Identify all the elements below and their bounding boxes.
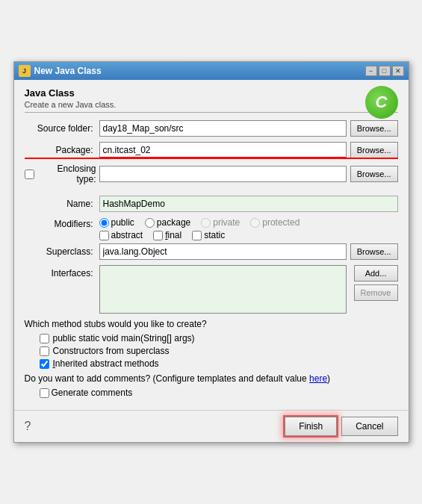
interfaces-row: Interfaces: Add... Remove	[25, 265, 398, 314]
stubs-section: Which method stubs would you like to cre…	[25, 319, 398, 369]
enclosing-checkbox[interactable]	[25, 169, 34, 179]
close-button[interactable]: ✕	[392, 66, 404, 76]
logo-icon: C	[365, 86, 398, 119]
superclass-browse-button[interactable]: Browse...	[350, 243, 398, 260]
cancel-button[interactable]: Cancel	[341, 417, 397, 436]
stub-main-checkbox[interactable]	[40, 334, 49, 343]
dialog-footer: ? Finish Cancel	[14, 410, 409, 442]
interfaces-add-button[interactable]: Add...	[354, 265, 398, 281]
enclosing-label: Enclosing type:	[36, 164, 96, 184]
modifier-static[interactable]: static	[192, 230, 225, 240]
minimize-button[interactable]: −	[365, 66, 377, 76]
stubs-options: public static void main(String[] args) C…	[25, 333, 398, 369]
section-subtitle: Create a new Java class.	[25, 100, 398, 109]
modifier-abstract-checkbox[interactable]	[99, 231, 109, 240]
comments-title: Do you want to add comments? (Configure …	[25, 373, 398, 384]
comments-title-part2: )	[327, 373, 330, 384]
comments-section: Do you want to add comments? (Configure …	[25, 373, 398, 398]
section-header: C Java Class Create a new Java class.	[25, 87, 398, 113]
comments-options: Generate comments	[25, 388, 398, 398]
comments-title-part1: Do you want to add comments? (Configure …	[25, 373, 310, 384]
help-icon[interactable]: ?	[25, 420, 31, 433]
modifiers-content: public package private protected	[99, 217, 398, 240]
stub-main: public static void main(String[] args)	[40, 333, 398, 343]
footer-buttons: Finish Cancel	[285, 417, 397, 436]
generate-comments-label: Generate comments	[52, 388, 133, 398]
stub-inherited: Inherited abstract methods	[40, 358, 398, 369]
comments-here-link[interactable]: here	[309, 373, 327, 384]
source-folder-input[interactable]	[99, 120, 347, 137]
package-input[interactable]	[99, 142, 347, 158]
generate-comments-option[interactable]: Generate comments	[40, 388, 398, 398]
stub-main-label: public static void main(String[] args)	[53, 333, 195, 343]
stub-inherited-checkbox[interactable]	[40, 359, 49, 369]
new-java-class-dialog: J New Java Class − □ ✕ C Java Class Crea…	[13, 61, 409, 443]
enclosing-row: Enclosing type: Browse...	[25, 164, 398, 184]
modifier-protected-radio[interactable]	[250, 218, 260, 228]
finish-button[interactable]: Finish	[285, 417, 337, 436]
modifier-public-radio[interactable]	[99, 218, 109, 228]
superclass-input[interactable]	[99, 243, 347, 260]
modifier-final[interactable]: final	[153, 230, 181, 240]
enclosing-checkbox-label: Enclosing type:	[25, 164, 99, 184]
name-label: Name:	[25, 199, 99, 209]
package-row: Package: Browse...	[25, 142, 398, 158]
stub-inherited-label: Inherited abstract methods	[53, 358, 159, 369]
package-browse-button[interactable]: Browse...	[350, 142, 398, 158]
generate-comments-checkbox[interactable]	[40, 388, 49, 398]
interfaces-input[interactable]	[99, 265, 347, 314]
interfaces-label: Interfaces:	[25, 265, 99, 279]
title-bar: J New Java Class − □ ✕	[14, 62, 409, 80]
source-folder-browse-button[interactable]: Browse...	[350, 120, 398, 137]
title-bar-controls: − □ ✕	[365, 66, 404, 76]
package-label: Package:	[25, 145, 99, 155]
source-folder-row: Source folder: Browse...	[25, 120, 398, 137]
modifiers-row: Modifiers: public package private	[25, 217, 398, 240]
dialog-content: C Java Class Create a new Java class. So…	[14, 80, 409, 410]
modifier-public[interactable]: public	[99, 217, 134, 228]
title-bar-left: J New Java Class	[19, 65, 102, 77]
name-row: Name:	[25, 196, 398, 212]
modifier-package-radio[interactable]	[145, 218, 155, 228]
maximize-button[interactable]: □	[379, 66, 391, 76]
modifier-package[interactable]: package	[145, 217, 190, 228]
stub-constructors: Constructors from superclass	[40, 346, 398, 356]
modifier-checkbox-row: abstract final static	[99, 230, 398, 240]
modifiers-label: Modifiers:	[25, 217, 99, 229]
source-folder-label: Source folder:	[25, 123, 99, 134]
stub-constructors-label: Constructors from superclass	[53, 346, 170, 356]
modifier-protected[interactable]: protected	[250, 217, 300, 228]
dialog-icon: J	[19, 65, 31, 77]
superclass-label: Superclass:	[25, 246, 99, 257]
modifier-private[interactable]: private	[201, 217, 240, 228]
modifier-private-radio[interactable]	[201, 218, 211, 228]
name-input[interactable]	[99, 196, 398, 212]
dialog-title: New Java Class	[34, 66, 102, 76]
stubs-title: Which method stubs would you like to cre…	[25, 319, 398, 329]
modifier-final-checkbox[interactable]	[153, 231, 163, 240]
enclosing-browse-button[interactable]: Browse...	[350, 166, 398, 182]
interfaces-buttons: Add... Remove	[350, 265, 398, 301]
enclosing-input[interactable]	[99, 166, 347, 182]
modifier-abstract[interactable]: abstract	[99, 230, 143, 240]
section-title: Java Class	[25, 87, 398, 99]
modifier-static-checkbox[interactable]	[192, 231, 202, 240]
stub-constructors-checkbox[interactable]	[40, 346, 49, 356]
modifiers-radio-row: public package private protected	[99, 217, 398, 228]
interfaces-remove-button[interactable]: Remove	[354, 284, 398, 301]
superclass-row: Superclass: Browse...	[25, 243, 398, 260]
